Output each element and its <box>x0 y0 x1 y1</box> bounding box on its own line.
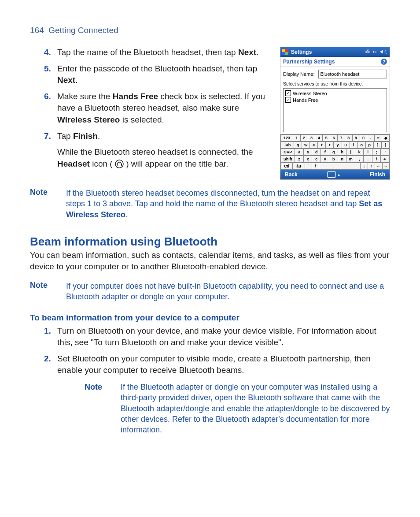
keyboard-key[interactable]: 5 <box>323 134 330 141</box>
section-heading: Beam information using Bluetooth <box>30 235 390 249</box>
keyboard-key[interactable]: z <box>295 156 304 163</box>
step-item: 6.Make sure the Hands Free check box is … <box>57 91 270 126</box>
keyboard-key[interactable]: = <box>375 134 382 141</box>
keyboard-key[interactable]: t <box>326 141 334 149</box>
keyboard-key[interactable]: 123 <box>280 134 293 141</box>
keyboard-key[interactable]: 4 <box>315 134 323 141</box>
keyboard-key[interactable]: p <box>366 141 374 149</box>
keyboard-key[interactable]: s <box>304 149 313 156</box>
section-intro: You can beam information, such as contac… <box>30 249 390 273</box>
service-checkbox-row[interactable]: ✓Wireless Stereo <box>285 90 385 96</box>
chapter-title: Getting Connected <box>48 26 118 35</box>
service-checkbox-row[interactable]: ✓Hands Free <box>285 97 385 103</box>
keyboard-key[interactable]: v <box>321 156 330 163</box>
svg-rect-1 <box>117 164 118 166</box>
keyboard-key[interactable]: g <box>329 149 338 156</box>
softkey-back[interactable]: Back <box>285 171 298 178</box>
keyboard-key[interactable]: ◆ <box>382 134 390 141</box>
keyboard-key[interactable]: c <box>312 156 321 163</box>
keyboard-key[interactable]: 6 <box>330 134 338 141</box>
bluetooth-icon: ⁂ <box>365 49 370 55</box>
steps-list-a: 4.Tap the name of the Bluetooth headset,… <box>30 47 270 170</box>
keyboard-icon <box>327 171 336 178</box>
keyboard-key[interactable]: h <box>338 149 347 156</box>
display-name-input[interactable]: Bluetooth headset <box>318 70 387 78</box>
keyboard-key[interactable]: ` <box>305 163 312 170</box>
onscreen-keyboard[interactable]: 1231234567890-=◆Tabqwertyuiop[]CAPasdfgh… <box>280 134 390 170</box>
softkey-finish[interactable]: Finish <box>370 171 385 178</box>
keyboard-key[interactable]: w <box>302 141 310 149</box>
keyboard-key[interactable]: [ <box>374 141 382 149</box>
wm-status-icons: ⁂ ▾ₓ ◀ミ <box>365 49 388 55</box>
step-text: Enter the passcode of the Bluetooth head… <box>57 64 257 85</box>
keyboard-key[interactable]: ↓ <box>361 163 368 170</box>
keyboard-key[interactable]: f <box>321 149 330 156</box>
note-label: Note <box>85 382 110 435</box>
services-instruction: Select services to use from this device. <box>283 81 387 86</box>
step-text: Turn on Bluetooth on your device, and ma… <box>57 326 376 347</box>
keyboard-key[interactable]: b <box>329 156 338 163</box>
keyboard-key[interactable]: n <box>338 156 347 163</box>
display-name-label: Display Name: <box>283 71 315 77</box>
checkbox-icon: ✓ <box>285 97 291 103</box>
keyboard-key[interactable]: \ <box>312 163 319 170</box>
keyboard-key[interactable]: 0 <box>360 134 368 141</box>
keyboard-key[interactable]: a <box>295 149 304 156</box>
keyboard-key[interactable]: Tab <box>280 141 294 149</box>
step-item: 2.Set Bluetooth on your computer to visi… <box>57 353 390 435</box>
keyboard-key[interactable]: o <box>358 141 366 149</box>
keyboard-key[interactable]: - <box>367 134 375 141</box>
service-label: Wireless Stereo <box>293 91 327 96</box>
keyboard-key[interactable]: ← <box>375 163 382 170</box>
running-header: 164 Getting Connected <box>30 26 390 35</box>
step-item: 5.Enter the passcode of the Bluetooth he… <box>57 63 270 86</box>
keyboard-key[interactable]: ↵ <box>381 156 390 163</box>
keyboard-key[interactable]: 2 <box>301 134 308 141</box>
keyboard-key[interactable] <box>319 163 361 170</box>
keyboard-key[interactable]: u <box>342 141 350 149</box>
keyboard-key[interactable]: 8 <box>345 134 353 141</box>
keyboard-key[interactable]: m <box>346 156 355 163</box>
keyboard-key[interactable]: ' <box>381 149 390 156</box>
keyboard-key[interactable]: 9 <box>353 134 360 141</box>
note-block: Note If the Bluetooth stereo headset bec… <box>30 188 390 220</box>
keyboard-key[interactable]: q <box>294 141 302 149</box>
keyboard-key[interactable]: ↑ <box>368 163 375 170</box>
keyboard-key[interactable]: / <box>372 156 381 163</box>
step-number: 2. <box>44 353 51 365</box>
keyboard-key[interactable]: ; <box>372 149 381 156</box>
keyboard-key[interactable]: , <box>355 156 364 163</box>
keyboard-key[interactable]: 1 <box>293 134 301 141</box>
svg-point-0 <box>115 160 123 168</box>
keyboard-key[interactable]: j <box>346 149 355 156</box>
keyboard-key[interactable]: k <box>355 149 364 156</box>
keyboard-key[interactable]: → <box>383 163 390 170</box>
keyboard-key[interactable]: d <box>312 149 321 156</box>
headset-icon <box>115 160 124 168</box>
keyboard-key[interactable]: Shift <box>280 156 295 163</box>
step-number: 4. <box>44 47 51 59</box>
wm-titlebar: Settings ⁂ ▾ₓ ◀ミ <box>280 47 390 57</box>
keyboard-key[interactable]: l <box>364 149 372 156</box>
svg-rect-2 <box>121 164 122 166</box>
keyboard-key[interactable]: x <box>304 156 313 163</box>
step-number: 1. <box>44 325 51 337</box>
keyboard-key[interactable]: e <box>310 141 318 149</box>
keyboard-key[interactable]: y <box>334 141 342 149</box>
keyboard-key[interactable]: 7 <box>338 134 345 141</box>
keyboard-key[interactable]: áü <box>293 163 305 170</box>
note-block: Note If your computer does not have buil… <box>30 281 390 302</box>
keyboard-key[interactable]: ] <box>382 141 390 149</box>
keyboard-key[interactable]: Ctl <box>280 163 293 170</box>
note-label: Note <box>30 188 55 220</box>
checkbox-icon: ✓ <box>285 90 291 96</box>
keyboard-key[interactable]: i <box>350 141 358 149</box>
keyboard-key[interactable]: 3 <box>308 134 316 141</box>
wm-subtitle-bar: Partnership Settings ? <box>280 57 390 67</box>
subheading: To beam information from your device to … <box>30 313 390 323</box>
keyboard-key[interactable]: CAP <box>280 149 295 156</box>
keyboard-key[interactable]: . <box>364 156 372 163</box>
keyboard-key[interactable]: r <box>318 141 326 149</box>
step-text: Set Bluetooth on your computer to visibl… <box>57 354 371 375</box>
softkey-middle[interactable]: ▴ <box>327 171 340 178</box>
